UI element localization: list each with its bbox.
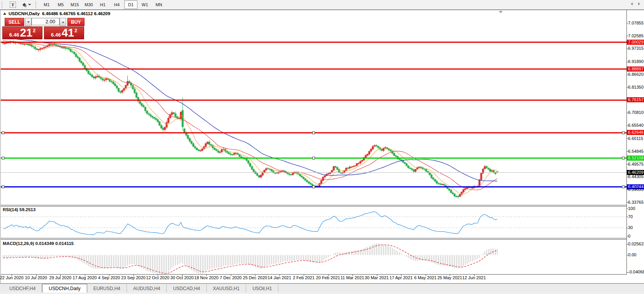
price-tick-label: 6.70810 — [628, 110, 644, 115]
rsi-axis-label: 0 — [628, 234, 630, 238]
date-tick-label: 12 Oct 2020 — [146, 275, 169, 280]
price-tick-label: 7.02585 — [628, 33, 644, 38]
buy-price-box[interactable]: 6.46 41 2 — [44, 26, 84, 39]
rsi-axis-label: 30 — [628, 225, 633, 230]
volume-decrease-button[interactable] — [25, 18, 32, 26]
one-click-trading-panel: SELL BUY 6.46 21 2 6.46 41 2 — [2, 18, 86, 39]
price-level-badge: 6.88897 — [627, 66, 644, 72]
price-tick-label: 6.44305 — [628, 174, 644, 179]
date-tick-label: 20 Feb 2021 — [316, 275, 340, 280]
buy-button[interactable]: BUY — [67, 18, 84, 26]
date-tick-label: 7 Dec 2020 — [220, 275, 241, 280]
date-tick-label: 17 Aug 2020 — [73, 275, 97, 280]
price-tick-label: 6.39035 — [628, 187, 644, 192]
chart-tab-eurusd[interactable]: EURUSD,H4 — [87, 284, 127, 292]
rsi-label: RSI(14) 59.2513 — [3, 207, 35, 212]
macd-axis-label: 0.025623 — [628, 242, 644, 246]
date-tick-label: 10 Jul 2020 — [25, 275, 47, 280]
date-tick-label: 6 May 2021 — [414, 275, 436, 280]
price-tick-label: 6.54845 — [628, 149, 644, 154]
timeframe-button-m1[interactable]: M1 — [40, 0, 53, 9]
timeframe-button-mn[interactable]: MN — [152, 0, 165, 9]
chevron-down-icon — [28, 4, 31, 5]
timeframe-button-m5[interactable]: M5 — [54, 0, 67, 9]
text-tool-button[interactable]: T — [6, 0, 19, 9]
macd-axis-label: 0.00 — [628, 252, 636, 257]
date-tick-label: 18 Nov 2020 — [194, 275, 218, 280]
toolbar-grip[interactable] — [2, 1, 4, 8]
price-tick-label: 6.65540 — [628, 123, 644, 128]
chart-title-ohlc: 6.46486 6.46765 6.46112 6.46209 — [42, 11, 110, 16]
date-tick-label: 11 Mar 2021 — [341, 275, 364, 280]
macd-axis-label: -0.040687 — [628, 270, 644, 274]
sell-button[interactable]: SELL — [5, 18, 24, 26]
chart-tab-bar: USDCHF,H4USDCNH,DailyEURUSD,H4AUDUSD,H4U… — [0, 284, 644, 292]
macd-label: MACD(12,26,9) 0.014349 0.014115 — [3, 241, 74, 246]
tab-scroll-left-icon[interactable] — [631, 2, 633, 5]
text-tool-icon: T — [10, 2, 16, 8]
price-tick-label: 6.86620 — [628, 72, 644, 77]
date-tick-label: 4 Sep 2020 — [98, 275, 120, 280]
price-level-badge: 6.62646 — [627, 130, 644, 135]
buy-price-small: 6.46 — [51, 32, 61, 38]
top-toolbar: T M1M5M15M30H1H4D1W1MN — [0, 0, 644, 10]
timeframe-group: M1M5M15M30H1H4D1W1MN — [40, 0, 166, 9]
date-tick-label: 12 Jun 2021 — [462, 275, 486, 280]
chart-tab-audusd[interactable]: AUDUSD,H4 — [127, 284, 167, 292]
chart-title: USDCNH,Daily 6.46486 6.46765 6.46112 6.4… — [3, 11, 110, 16]
price-tick-label: 7.07855 — [628, 21, 644, 25]
price-tick-label: 6.91890 — [628, 59, 644, 64]
chart-tab-xauusd[interactable]: XAUUSD,H1 — [207, 284, 246, 292]
timeframe-button-h4[interactable]: H4 — [110, 0, 123, 9]
price-tick-label: 6.81350 — [628, 85, 644, 89]
collapse-arrow-icon[interactable] — [3, 12, 6, 15]
rsi-axis-label: 100 — [628, 206, 635, 211]
window-border — [0, 10, 644, 10]
date-tick-label: 23 Sep 2020 — [121, 275, 145, 280]
chart-tab-usdcnh[interactable]: USDCNH,Daily — [42, 284, 87, 292]
rsi-axis-label: 70 — [628, 214, 633, 219]
date-tick-label: 30 Mar 2021 — [365, 275, 389, 280]
sell-price-sup: 2 — [33, 28, 35, 33]
volume-input[interactable] — [32, 18, 60, 25]
date-tick-label: 29 Jul 2020 — [49, 275, 72, 280]
spin-up-icon — [62, 21, 64, 23]
date-tick-label: 25 May 2021 — [437, 275, 462, 280]
spin-down-icon — [27, 21, 30, 23]
mt4-window: T M1M5M15M30H1H4D1W1MN USDCNH,Daily 6.46… — [0, 0, 644, 294]
price-level-badge: 6.52108 — [627, 156, 644, 161]
sell-price-box[interactable]: 6.46 21 2 — [2, 26, 42, 39]
chart-shift-marker-icon[interactable] — [499, 11, 503, 13]
toolbar-grip-2[interactable] — [35, 1, 38, 8]
date-tick-label: 25 Dec 2020 — [243, 275, 267, 280]
timeframe-button-m15[interactable]: M15 — [68, 0, 81, 9]
date-tick-label: 30 Oct 2020 — [171, 275, 194, 280]
status-strip — [0, 292, 644, 294]
price-tick-label: 6.97315 — [628, 46, 644, 51]
chart-tab-usoil[interactable]: USOil,H1 — [246, 284, 278, 292]
chart-title-symbol: USDCNH,Daily — [9, 11, 40, 16]
price-level-badge: 7.00029 — [627, 40, 644, 45]
chart-tab-usdcad[interactable]: USDCAD,H4 — [167, 284, 206, 292]
timeframe-button-w1[interactable]: W1 — [138, 0, 151, 9]
sell-price-big: 21 — [20, 27, 32, 39]
chart-canvas[interactable] — [0, 0, 644, 294]
tab-scroll-right-icon[interactable] — [638, 2, 640, 5]
price-tick-label: 6.49575 — [628, 162, 644, 166]
tab-scroll — [631, 2, 640, 5]
date-tick-label: 22 Jun 2020 — [0, 275, 23, 280]
date-tick-label: 14 Jan 2021 — [267, 275, 291, 280]
timeframe-button-m30[interactable]: M30 — [82, 0, 95, 9]
buy-price-big: 41 — [62, 27, 74, 39]
price-level-badge: 6.76157 — [627, 97, 644, 102]
chart-tab-usdchf[interactable]: USDCHF,H4 — [3, 284, 42, 292]
date-tick-label: 2 Feb 2021 — [293, 275, 315, 280]
timeframe-button-h1[interactable]: H1 — [96, 0, 109, 9]
sell-price-small: 6.46 — [9, 32, 19, 38]
timeframe-button-d1[interactable]: D1 — [124, 0, 137, 9]
price-tick-label: 6.60115 — [628, 136, 643, 141]
draw-tool-button[interactable] — [20, 0, 33, 9]
price-tick-label: 6.33765 — [628, 200, 644, 205]
volume-increase-button[interactable] — [60, 18, 66, 26]
date-tick-label: 17 Apr 2021 — [389, 275, 412, 280]
